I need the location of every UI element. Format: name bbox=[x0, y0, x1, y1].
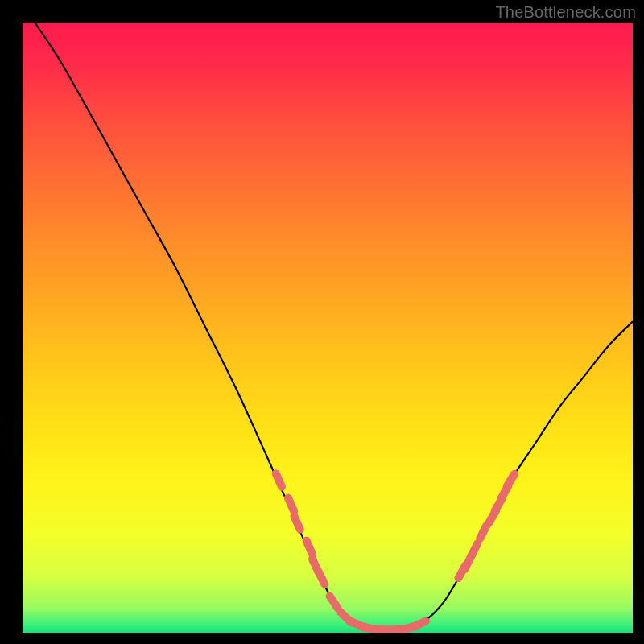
bottleneck-chart bbox=[0, 0, 644, 644]
watermark-text: TheBottleneck.com bbox=[495, 3, 636, 22]
highlight-marker bbox=[413, 621, 426, 628]
highlight-marker bbox=[307, 541, 312, 554]
highlight-marker bbox=[276, 473, 282, 486]
highlight-marker bbox=[294, 516, 299, 530]
highlight-marker bbox=[288, 498, 294, 511]
plot-area bbox=[23, 23, 633, 633]
